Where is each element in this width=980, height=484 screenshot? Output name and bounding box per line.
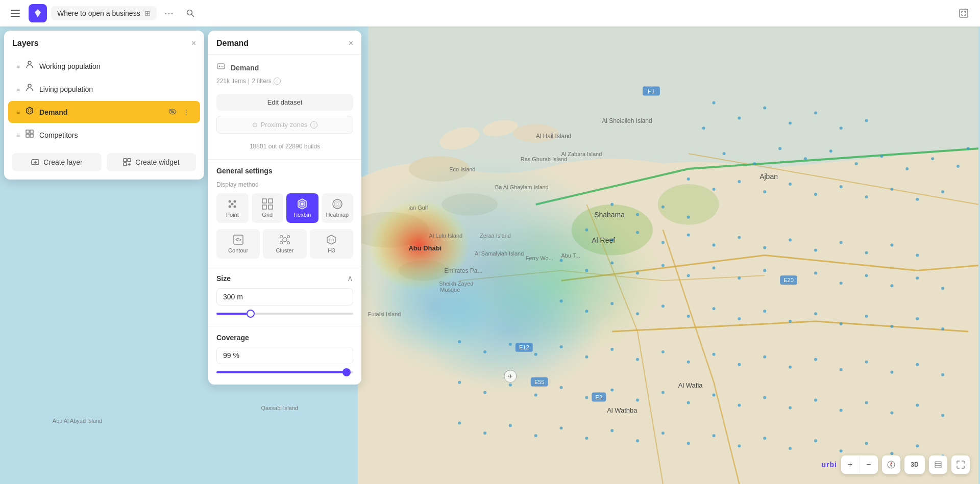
size-chevron-icon[interactable]: ∧ (347, 273, 353, 283)
display-method-label: Display method (216, 181, 353, 188)
layer-item-working-population[interactable]: ≡ Working population (8, 55, 200, 77)
method-hexbin-label: Hexbin (293, 212, 311, 218)
method-grid[interactable]: Grid (252, 193, 284, 223)
zoom-in-button[interactable]: + (841, 455, 860, 474)
method-cluster[interactable]: Cluster (263, 229, 306, 259)
svg-point-99 (560, 345, 563, 348)
svg-point-38 (789, 183, 792, 186)
method-hexbin[interactable]: Hexbin (286, 193, 318, 223)
search-button[interactable] (181, 4, 200, 22)
size-slider[interactable] (216, 313, 353, 315)
urbi-logo: urbi (822, 461, 837, 469)
create-widget-label: Create widget (135, 158, 179, 166)
svg-rect-193 (11, 16, 20, 17)
svg-text:Abu Dhabi: Abu Dhabi (409, 244, 442, 252)
size-value-input[interactable] (216, 288, 353, 305)
app-logo (29, 4, 47, 22)
svg-point-25 (778, 147, 781, 150)
layer-name: Competitors (39, 131, 192, 139)
coverage-slider-container (216, 369, 353, 377)
3d-control: 3D (904, 455, 925, 474)
layer-item-competitors[interactable]: ≡ Competitors (8, 124, 200, 146)
coverage-slider[interactable] (216, 371, 353, 373)
svg-point-228 (336, 202, 339, 206)
coverage-section: Coverage (208, 326, 361, 385)
layer-switcher-button[interactable] (929, 455, 947, 474)
more-options-button[interactable]: ⋯ (161, 5, 177, 21)
svg-point-118 (534, 394, 537, 397)
svg-point-29 (880, 155, 883, 158)
method-point[interactable]: Point (216, 193, 249, 223)
layer-item-demand[interactable]: ≡ Demand ⋮ (8, 101, 200, 123)
svg-point-116 (483, 391, 486, 394)
svg-point-81 (610, 302, 614, 305)
compass-button[interactable] (882, 455, 900, 474)
svg-point-147 (763, 437, 766, 440)
fullscreen-button[interactable] (951, 455, 970, 474)
svg-point-51 (636, 231, 639, 234)
svg-point-137 (509, 424, 512, 427)
svg-point-110 (840, 368, 843, 371)
method-heatmap[interactable]: Heatmap (322, 193, 354, 223)
svg-point-68 (687, 274, 690, 277)
edit-dataset-button[interactable]: Edit dataset (216, 94, 353, 111)
point-icon (227, 198, 238, 210)
svg-point-105 (713, 353, 716, 356)
project-title: Where to open a business (57, 9, 140, 17)
svg-point-89 (814, 312, 817, 315)
layer-item-living-population[interactable]: ≡ Living population (8, 78, 200, 100)
drag-handle-icon: ≡ (16, 132, 20, 139)
coverage-value-input[interactable] (216, 347, 353, 364)
layer-name: Living population (39, 85, 192, 93)
layers-close-button[interactable]: × (191, 39, 196, 48)
demand-dataset-icon (216, 62, 226, 73)
demand-info-area: Demand 221k items | 2 filters i Edit dat… (208, 55, 361, 160)
title-icons: ⊞ (144, 9, 151, 17)
svg-point-73 (814, 271, 817, 274)
svg-point-194 (187, 10, 192, 15)
svg-text:Abu T...: Abu T... (561, 252, 580, 259)
presentation-icon[interactable]: ⊞ (144, 9, 151, 17)
size-slider-thumb[interactable] (247, 310, 255, 318)
svg-point-67 (662, 264, 665, 267)
project-title-area[interactable]: Where to open a business ⊞ (51, 6, 157, 20)
coverage-slider-track (216, 371, 347, 373)
demand-panel: Demand × Demand 221k items | 2 filters i… (208, 31, 361, 385)
svg-point-23 (722, 152, 725, 155)
svg-point-53 (687, 234, 690, 237)
svg-text:Zeraa Island: Zeraa Island (480, 233, 511, 239)
svg-point-112 (890, 371, 893, 374)
svg-point-234 (287, 242, 289, 244)
layer-more-options[interactable]: ⋮ (181, 107, 192, 117)
method-grid-label: Grid (262, 212, 273, 218)
svg-rect-203 (26, 130, 29, 133)
svg-point-49 (585, 228, 588, 232)
create-widget-button[interactable]: Create widget (107, 153, 196, 171)
svg-point-36 (738, 180, 741, 183)
menu-button[interactable] (6, 4, 24, 22)
svg-text:Futaisi Island: Futaisi Island (368, 311, 401, 317)
expand-map-button[interactable] (955, 5, 972, 21)
svg-point-119 (560, 386, 563, 389)
method-contour[interactable]: Contour (216, 229, 260, 259)
svg-point-28 (855, 162, 858, 165)
demand-panel-close[interactable]: × (349, 39, 353, 48)
svg-rect-209 (128, 159, 131, 162)
visibility-toggle[interactable] (166, 107, 179, 117)
svg-point-94 (941, 327, 944, 330)
method-h3[interactable]: H3 H3 (310, 229, 353, 259)
coverage-slider-thumb[interactable] (342, 368, 351, 376)
svg-point-87 (763, 310, 766, 313)
svg-text:Al Wafia: Al Wafia (678, 381, 703, 389)
svg-point-75 (865, 274, 868, 277)
svg-point-70 (738, 276, 741, 279)
zoom-out-button[interactable]: − (860, 455, 878, 474)
svg-point-150 (840, 449, 843, 452)
svg-point-90 (840, 322, 843, 325)
general-settings-section: General settings Display method Point (208, 160, 361, 266)
create-layer-button[interactable]: Create layer (12, 153, 102, 171)
info-icon[interactable]: i (274, 78, 281, 85)
3d-button[interactable]: 3D (904, 455, 925, 474)
dataset-icon (216, 62, 226, 71)
svg-text:Qassabi Island: Qassabi Island (261, 405, 298, 411)
